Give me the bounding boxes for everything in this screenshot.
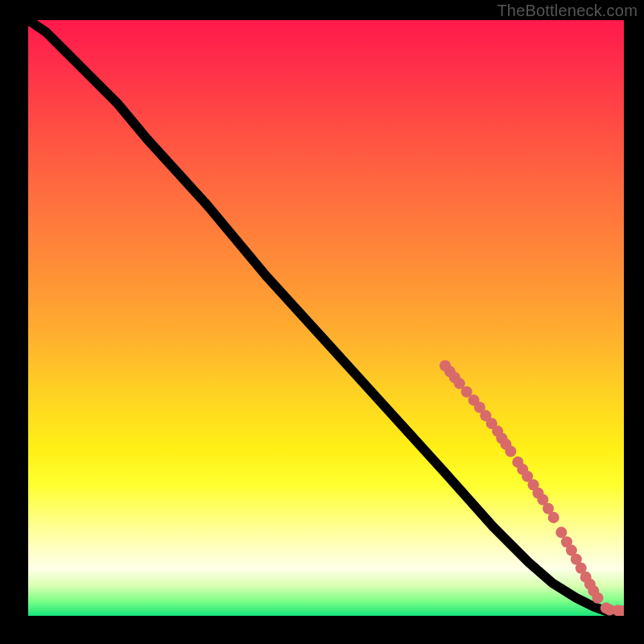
bottleneck-curve	[28, 20, 624, 615]
data-point	[555, 526, 567, 538]
watermark-text: TheBottleneck.com	[497, 2, 638, 20]
chart-frame: TheBottleneck.com	[0, 0, 644, 644]
plot-area	[28, 20, 624, 616]
data-point	[592, 592, 603, 604]
data-point	[505, 446, 516, 457]
data-points-group	[440, 360, 624, 616]
chart-overlay-svg	[28, 20, 624, 616]
data-point	[548, 512, 559, 523]
